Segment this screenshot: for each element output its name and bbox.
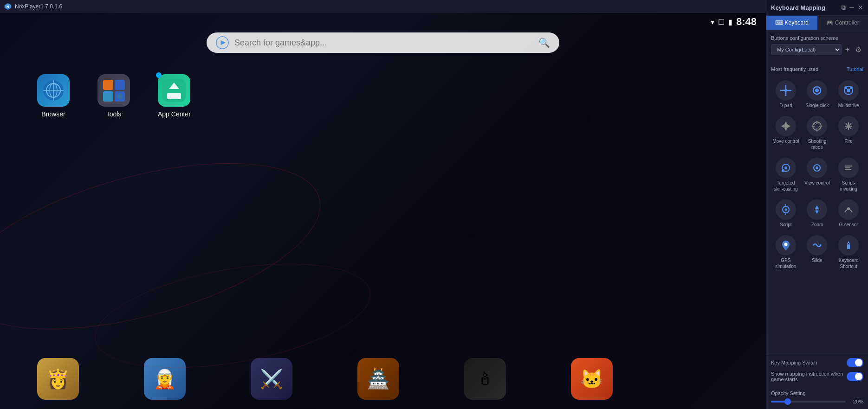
notification-dot	[156, 72, 162, 78]
control-keyboard-shortcut[interactable]: Keyboard Shortcut	[834, 232, 863, 272]
control-shooting[interactable]: Shooting mode	[803, 113, 832, 153]
svg-point-28	[850, 86, 853, 89]
svg-rect-11	[103, 91, 113, 102]
svg-marker-3	[221, 40, 226, 45]
search-input[interactable]	[234, 38, 533, 48]
svg-rect-76	[847, 244, 850, 249]
game-icon-6[interactable]: 🐱	[571, 358, 613, 400]
control-fire[interactable]: Fire	[834, 113, 863, 153]
game-icon-1[interactable]: 👸	[37, 358, 79, 400]
game-icon-2[interactable]: 🧝	[144, 358, 186, 400]
wifi-icon: ▾	[711, 18, 714, 26]
svg-point-27	[844, 86, 847, 89]
key-mapping-label: Key Mapping Switch	[771, 360, 847, 365]
svg-point-69	[847, 207, 850, 210]
minimize-icon[interactable]: ─	[849, 4, 854, 12]
svg-point-20	[784, 89, 787, 92]
panel-header-icons: ⧉ ─ ✕	[841, 4, 863, 12]
tutorial-link[interactable]: Tutorial	[847, 66, 863, 72]
targeted-icon	[776, 158, 796, 178]
sim-icon: ☐	[718, 18, 725, 26]
config-section: Buttons configuration scheme My Config(L…	[766, 30, 868, 64]
close-icon[interactable]: ✕	[858, 4, 863, 12]
control-view[interactable]: View control	[803, 155, 832, 195]
shooting-icon	[807, 116, 827, 136]
tools-label: Tools	[106, 110, 122, 118]
emulator-area: N NoxPlayer1 7.0.1.6 ▾ ☐ ▮ 8:48 🔍	[0, 0, 766, 409]
panel-header: Keyboard Mapping ⧉ ─ ✕	[766, 0, 868, 16]
svg-point-26	[847, 89, 850, 92]
game-icon-4[interactable]: 🏯	[357, 358, 399, 400]
script-label: Script	[780, 222, 792, 228]
control-single-click[interactable]: Single click	[803, 77, 832, 111]
svg-point-51	[782, 169, 784, 172]
game-icon-5[interactable]: 🕯	[464, 358, 506, 400]
show-mapping-row: Show mapping instruction when game start…	[771, 371, 863, 382]
svg-point-71	[784, 243, 787, 246]
app-appcenter[interactable]: App Center	[158, 74, 191, 118]
multistrike-label: Multistrike	[838, 102, 859, 109]
single-click-icon	[807, 80, 827, 101]
app-logo: N NoxPlayer1 7.0.1.6	[4, 2, 62, 11]
zoom-label: Zoom	[811, 222, 823, 228]
control-script-invoking[interactable]: Script- invoking	[834, 155, 863, 195]
control-dpad[interactable]: D-pad	[771, 77, 801, 111]
script-invoking-icon	[838, 158, 859, 178]
control-targeted[interactable]: Targeted skill-casting	[771, 155, 801, 195]
opacity-row: 20%	[771, 399, 863, 404]
shooting-label: Shooting mode	[803, 138, 831, 150]
svg-point-13	[117, 94, 123, 99]
battery-icon: ▮	[728, 18, 732, 26]
control-move[interactable]: Move control	[771, 113, 801, 153]
keyboard-tab-label: Keyboard	[785, 19, 809, 26]
multistrike-icon	[838, 80, 859, 101]
tab-controller[interactable]: 🎮 Controller	[817, 16, 868, 30]
key-mapping-toggle[interactable]	[847, 358, 863, 367]
key-mapping-switch-row: Key Mapping Switch	[771, 358, 863, 367]
script-invoking-label: Script- invoking	[835, 180, 862, 192]
panel-tabs: ⌨ Keyboard 🎮 Controller	[766, 16, 868, 30]
control-script[interactable]: Script	[771, 197, 801, 230]
config-scheme-select[interactable]: My Config(Local)	[771, 44, 842, 55]
tab-keyboard[interactable]: ⌨ Keyboard	[766, 16, 817, 30]
show-mapping-toggle[interactable]	[847, 372, 863, 381]
keyboard-mapping-panel: Keyboard Mapping ⧉ ─ ✕ ⌨ Keyboard 🎮 Cont…	[766, 0, 868, 409]
fire-icon	[838, 116, 859, 136]
freq-header: Most frequently used Tutorial	[766, 64, 868, 74]
add-config-button[interactable]: +	[843, 45, 851, 55]
control-slide[interactable]: Slide	[803, 232, 832, 272]
search-bar[interactable]: 🔍	[207, 32, 559, 53]
script-icon	[776, 199, 796, 220]
keyboard-tab-icon: ⌨	[775, 19, 783, 26]
panel-title: Keyboard Mapping	[771, 4, 825, 11]
app-tools[interactable]: Tools	[97, 74, 130, 118]
apps-area: Browser Tools	[37, 74, 191, 118]
targeted-label: Targeted skill-casting	[772, 180, 800, 192]
bottom-games: 👸 🧝 ⚔️ 🏯 🕯 🐱	[0, 358, 766, 400]
config-settings-button[interactable]: ⚙	[853, 45, 863, 55]
fire-label: Fire	[845, 138, 853, 144]
config-select-row: My Config(Local) + ⚙	[771, 44, 863, 55]
opacity-slider[interactable]	[771, 401, 846, 403]
slide-icon	[807, 235, 827, 256]
gps-icon	[776, 235, 796, 256]
keyboard-shortcut-icon	[838, 235, 859, 256]
opacity-value: 20%	[849, 399, 863, 404]
control-gsensor[interactable]: G-sensor	[834, 197, 863, 230]
search-icon: 🔍	[538, 37, 550, 48]
game-icon-3[interactable]: ⚔️	[251, 358, 292, 400]
keyboard-shortcut-label: Keyboard Shortcut	[835, 257, 862, 269]
slide-label: Slide	[812, 257, 822, 263]
control-gps[interactable]: GPS simulation	[771, 232, 801, 272]
app-browser[interactable]: Browser	[37, 74, 70, 118]
gsensor-label: G-sensor	[839, 222, 858, 228]
tools-icon	[97, 74, 130, 107]
control-multistrike[interactable]: Multistrike	[834, 77, 863, 111]
control-zoom[interactable]: Zoom	[803, 197, 832, 230]
browser-label: Browser	[41, 110, 65, 118]
restore-icon[interactable]: ⧉	[841, 4, 846, 12]
svg-point-23	[815, 89, 819, 92]
dpad-label: D-pad	[779, 102, 792, 109]
view-icon	[807, 158, 827, 178]
view-label: View control	[804, 180, 829, 186]
